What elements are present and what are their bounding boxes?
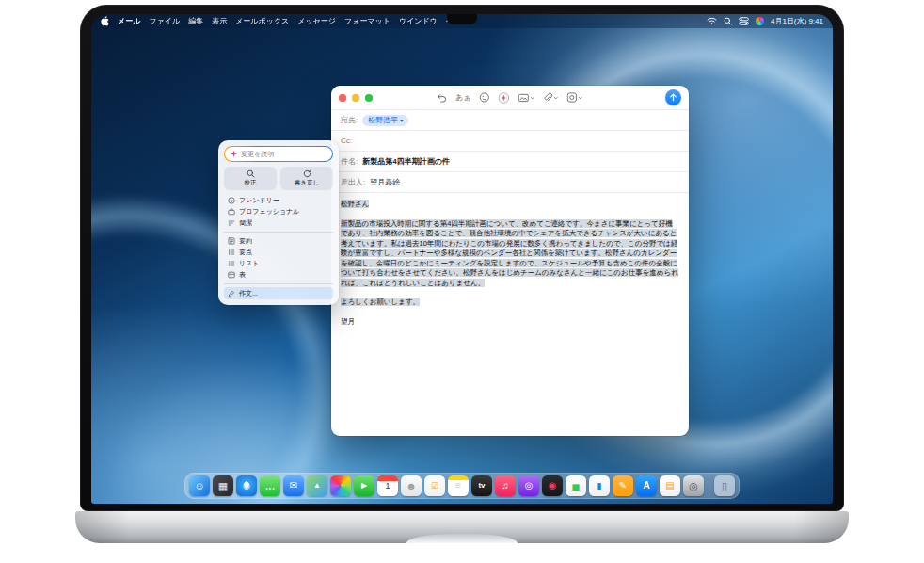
dock-item-app-store[interactable]: A <box>636 475 657 496</box>
dock-item-pages[interactable]: ✎ <box>613 475 633 496</box>
from-value: 望月義絵 <box>370 177 400 187</box>
dock-item-trash[interactable]: ▯ <box>714 475 735 496</box>
from-field[interactable]: 差出人: 望月義絵 <box>331 171 689 192</box>
fitness-icon: ◉ <box>549 481 557 491</box>
menu-item-message[interactable]: メッセージ <box>297 16 336 26</box>
transform-table-label: 表 <box>239 270 246 280</box>
settings-icon: ◎ <box>689 481 698 491</box>
chevron-down-icon: ▾ <box>400 116 403 125</box>
status-icons: 4月1日(水) 9:41 <box>707 16 823 26</box>
dock-item-launchpad[interactable]: ▦ <box>213 475 233 496</box>
compose-window: あぁ <box>331 86 689 436</box>
smiley-icon <box>228 197 235 204</box>
dock-item-podcasts[interactable]: ◎ <box>518 475 539 496</box>
wifi-icon[interactable] <box>707 17 717 25</box>
recipient-chip[interactable]: 松野浩平 ▾ <box>362 115 408 126</box>
menu-app-name[interactable]: メール <box>118 16 140 26</box>
window-titlebar[interactable]: あぁ <box>331 86 689 109</box>
dock-divider <box>709 476 709 495</box>
apple-menu-icon[interactable] <box>101 16 109 26</box>
attach-file-icon[interactable] <box>544 92 553 103</box>
reminders-icon: ☑ <box>431 482 438 491</box>
menu-item-window[interactable]: ウインドウ <box>399 16 438 26</box>
mail-icon: ✉ <box>290 481 297 491</box>
dock-item-mail[interactable]: ✉ <box>283 475 304 496</box>
compose-toolbar: あぁ <box>437 92 582 104</box>
subject-field[interactable]: 件名: 新製品第4四半期計画の件 <box>331 151 689 171</box>
dock-item-books[interactable]: ▤ <box>660 475 680 496</box>
transform-summary-item[interactable]: 要約 <box>224 235 333 247</box>
tone-concise-item[interactable]: 簡潔 <box>224 217 333 229</box>
messages-icon: … <box>265 481 276 491</box>
transform-list-item[interactable]: リスト <box>224 258 333 269</box>
to-field[interactable]: 宛先: 松野浩平 ▾ <box>331 109 689 130</box>
menu-item-view[interactable]: 表示 <box>212 16 227 26</box>
compose-item[interactable]: 作文... <box>224 287 333 299</box>
minimize-button[interactable] <box>352 94 359 102</box>
music-icon: ♫ <box>502 481 509 491</box>
chevron-down-icon <box>554 96 559 100</box>
undo-icon[interactable] <box>437 93 447 103</box>
apple-intelligence-icon[interactable] <box>499 92 510 104</box>
dock-item-numbers[interactable]: ▅ <box>566 475 586 496</box>
dock-item-safari[interactable]: ◉ <box>236 475 257 496</box>
transform-key-points-item[interactable]: 要点 <box>224 247 333 258</box>
list-icon <box>228 260 235 267</box>
cc-field[interactable]: Cc: <box>331 130 689 151</box>
message-body[interactable]: 松野さん 新製品の市場投入時期に関する第4四半期計画について、改めてご連絡です。… <box>331 192 689 436</box>
menu-bar-clock[interactable]: 4月1日(水) 9:41 <box>771 16 823 26</box>
describe-change-input[interactable]: 変更を説明 <box>224 146 333 162</box>
dock-item-settings[interactable]: ◎ <box>683 475 704 496</box>
dock-item-finder[interactable]: ☺ <box>189 475 210 496</box>
dock-item-music[interactable]: ♫ <box>495 475 516 496</box>
chevron-down-icon <box>531 96 535 100</box>
dock-item-contacts[interactable]: ☻ <box>401 475 422 496</box>
menu-item-format[interactable]: フォーマット <box>344 16 390 26</box>
control-center-icon[interactable] <box>739 17 749 25</box>
tone-professional-item[interactable]: プロフェッショナル <box>224 206 333 217</box>
menu-item-mailbox[interactable]: メールボックス <box>235 16 289 26</box>
concise-lines-icon <box>228 219 235 227</box>
describe-change-placeholder: 変更を説明 <box>241 150 274 159</box>
siri-icon[interactable] <box>756 17 764 25</box>
rewrite-button[interactable]: 書き直し <box>280 167 333 190</box>
rewrite-label: 書き直し <box>295 179 319 187</box>
dock-item-photos[interactable] <box>330 475 351 496</box>
photo-browser-icon[interactable] <box>567 92 578 103</box>
tone-friendly-item[interactable]: フレンドリー <box>224 195 333 206</box>
transform-key-points-label: 要点 <box>239 248 252 257</box>
facetime-icon: ▶ <box>361 482 367 490</box>
dock-item-tv[interactable]: tv <box>471 475 492 496</box>
recipient-name: 松野浩平 <box>368 116 398 125</box>
safari-icon: ◉ <box>243 482 250 491</box>
transform-table-item[interactable]: 表 <box>224 269 333 281</box>
dock-item-maps[interactable]: ▲ <box>307 475 327 496</box>
dock-item-messages[interactable]: … <box>260 475 280 496</box>
emoji-picker-icon[interactable] <box>480 92 490 103</box>
search-icon[interactable] <box>724 17 732 25</box>
app-store-icon: A <box>643 481 649 491</box>
divider <box>224 232 333 233</box>
books-icon: ▤ <box>665 481 674 491</box>
laptop-screen-bezel: メール ファイル 編集 表示 メールボックス メッセージ フォーマット ウインド… <box>80 5 844 511</box>
close-button[interactable] <box>339 94 346 102</box>
zoom-button[interactable] <box>365 94 373 102</box>
transform-summary-label: 要約 <box>239 236 252 246</box>
dock-item-fitness[interactable]: ◉ <box>542 475 563 496</box>
dock-item-facetime[interactable]: ▶ <box>354 475 374 496</box>
rewrite-icon <box>303 169 311 178</box>
dock-item-notes[interactable]: ≡ <box>448 475 469 496</box>
body-signature: 望月 <box>341 317 355 326</box>
subject-label: 件名: <box>341 156 358 167</box>
desktop: メール ファイル 編集 表示 メールボックス メッセージ フォーマット ウインド… <box>91 14 833 504</box>
send-button[interactable] <box>665 89 681 105</box>
dock-item-reminders[interactable]: ☑ <box>424 475 445 496</box>
menu-item-file[interactable]: ファイル <box>149 16 180 26</box>
text-format-button[interactable]: あぁ <box>455 92 470 103</box>
finder-icon: ☺ <box>194 481 204 491</box>
menu-item-edit[interactable]: 編集 <box>188 16 203 26</box>
dock-item-keynote[interactable]: ▮ <box>589 475 610 496</box>
media-browser-icon[interactable] <box>518 93 530 103</box>
proofread-button[interactable]: 校正 <box>224 167 277 190</box>
dock-item-calendar[interactable]: 1 <box>377 475 398 496</box>
